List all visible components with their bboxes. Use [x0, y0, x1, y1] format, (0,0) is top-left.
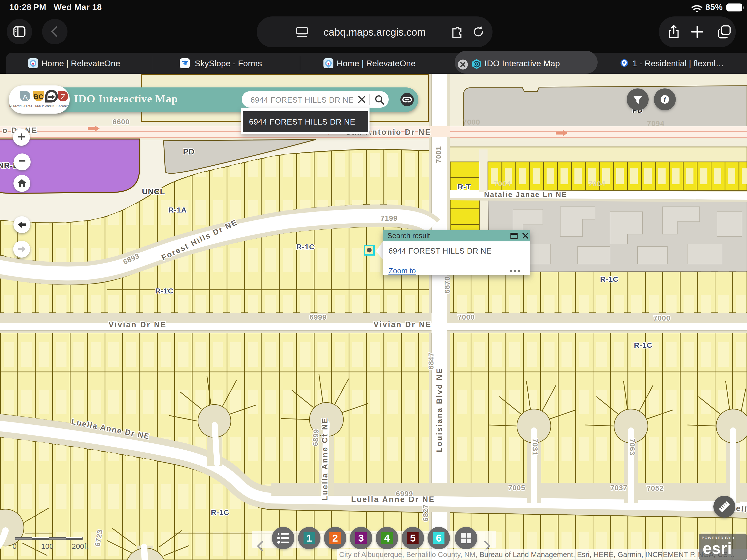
svg-text:Z: Z: [61, 93, 65, 101]
svg-text:BC: BC: [34, 93, 44, 101]
svg-text:IMPROVING PLACE FROM PLANNING: IMPROVING PLACE FROM PLANNING TO ZONING: [9, 104, 70, 107]
svg-text:i: i: [664, 95, 666, 103]
svg-text:A: A: [23, 93, 28, 101]
